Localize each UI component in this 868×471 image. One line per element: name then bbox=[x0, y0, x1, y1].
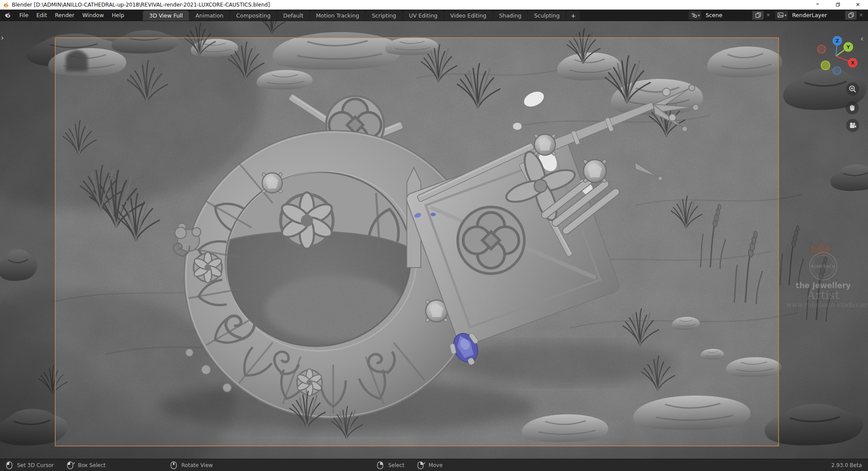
scene-unlink-button[interactable]: ✕ bbox=[764, 11, 772, 20]
navigation-gizmo[interactable]: Z Y X bbox=[810, 30, 862, 82]
pan-button[interactable] bbox=[846, 101, 859, 114]
window-controls: – ✕ bbox=[808, 0, 868, 9]
gizmo-axis-neg-y[interactable] bbox=[821, 61, 830, 70]
status-box-select: Box Select bbox=[67, 461, 106, 469]
menu-window[interactable]: Window bbox=[78, 10, 108, 21]
add-workspace-button[interactable]: + bbox=[566, 11, 580, 21]
chevron-down-icon: ▾ bbox=[784, 13, 786, 18]
svg-text:Artist: Artist bbox=[807, 289, 840, 302]
tab-compositing[interactable]: Compositing bbox=[230, 11, 277, 21]
render-layer-browse-button[interactable]: ▾ bbox=[775, 11, 788, 20]
blender-version: 2.93.0 Beta bbox=[831, 462, 862, 468]
menu-help[interactable]: Help bbox=[108, 10, 128, 21]
restore-icon bbox=[836, 3, 840, 7]
gizmo-axis-x[interactable]: X bbox=[848, 58, 857, 68]
tab-motion-tracking[interactable]: Motion Tracking bbox=[310, 11, 365, 21]
vignette bbox=[0, 21, 868, 459]
gizmo-axis-neg-z[interactable] bbox=[833, 67, 841, 75]
tab-3d-view-full[interactable]: 3D View Full bbox=[143, 11, 189, 21]
tab-video-editing[interactable]: Video Editing bbox=[444, 11, 493, 21]
copy-icon bbox=[755, 12, 761, 18]
copy-icon bbox=[848, 12, 854, 18]
close-button[interactable]: ✕ bbox=[848, 0, 868, 9]
render-layer-unlink-button[interactable]: ✕ bbox=[857, 11, 865, 20]
movie-camera-icon bbox=[849, 121, 857, 129]
scene-icon bbox=[691, 12, 697, 18]
svg-text:ROHRBACH: ROHRBACH bbox=[811, 265, 835, 269]
svg-text:www.rohrbach-viadas.art: www.rohrbach-viadas.art bbox=[786, 301, 868, 309]
top-bar: File Edit Render Window Help 3D View Ful… bbox=[0, 10, 868, 21]
mouse-right-drag-icon bbox=[417, 461, 425, 469]
magnifier-plus-icon bbox=[849, 85, 857, 93]
status-bar: Set 3D Cursor Box Select Rotate View Sel… bbox=[0, 459, 868, 471]
mouse-left-drag-icon bbox=[67, 461, 75, 469]
mouse-left-icon bbox=[6, 461, 14, 469]
blender-menu-icon[interactable] bbox=[0, 10, 15, 21]
window-title: Blender [D:\ADMIN\ANILLO-CATHEDRAL-up-20… bbox=[12, 2, 270, 8]
tab-sculpting[interactable]: Sculpting bbox=[528, 11, 566, 21]
title-bar: Blender [D:\ADMIN\ANILLO-CATHEDRAL-up-20… bbox=[0, 0, 868, 10]
tab-animation[interactable]: Animation bbox=[189, 11, 230, 21]
svg-text:Y: Y bbox=[846, 44, 850, 50]
render-scene: ROHRBACH the Jewellery Artist www.rohrba… bbox=[0, 21, 868, 459]
chevron-down-icon: ▾ bbox=[698, 13, 700, 18]
status-select: Select bbox=[377, 461, 404, 469]
menu-file[interactable]: File bbox=[15, 10, 32, 21]
render-layer-new-button[interactable] bbox=[845, 11, 857, 20]
tab-uv-editing[interactable]: UV Editing bbox=[403, 11, 444, 21]
render-layer-selector: ▾ RenderLayer ✕ bbox=[775, 11, 865, 20]
gizmo-axis-z[interactable]: Z bbox=[832, 36, 842, 46]
render-layer-name[interactable]: RenderLayer bbox=[788, 11, 845, 20]
menu-render[interactable]: Render bbox=[51, 10, 78, 21]
blender-window: Blender [D:\ADMIN\ANILLO-CATHEDRAL-up-20… bbox=[0, 0, 868, 471]
scene-new-button[interactable] bbox=[752, 11, 764, 20]
scene-selector: ▾ Scene ✕ bbox=[689, 11, 773, 20]
blender-app-icon bbox=[3, 2, 9, 8]
scene-browse-button[interactable]: ▾ bbox=[689, 11, 701, 20]
svg-text:Z: Z bbox=[836, 38, 839, 44]
status-rotate-view: Rotate View bbox=[171, 461, 213, 469]
minimize-button[interactable]: – bbox=[808, 0, 828, 9]
tab-shading[interactable]: Shading bbox=[493, 11, 528, 21]
svg-text:X: X bbox=[851, 60, 855, 66]
status-set-3d-cursor: Set 3D Cursor bbox=[6, 461, 54, 469]
mouse-right-icon bbox=[377, 461, 385, 469]
menu-edit[interactable]: Edit bbox=[32, 10, 51, 21]
image-icon bbox=[777, 12, 784, 18]
mouse-middle-icon bbox=[171, 461, 178, 469]
tab-scripting[interactable]: Scripting bbox=[366, 11, 402, 21]
gizmo-axis-y[interactable]: Y bbox=[843, 42, 853, 52]
gizmo-axis-neg-x[interactable] bbox=[818, 45, 825, 53]
status-move: Move bbox=[417, 461, 442, 469]
scene-name[interactable]: Scene bbox=[701, 11, 752, 20]
restore-button[interactable] bbox=[828, 0, 848, 9]
zoom-button[interactable] bbox=[846, 82, 859, 96]
toolbar-expand-chevron[interactable]: › bbox=[1, 34, 4, 42]
tab-default[interactable]: Default bbox=[277, 11, 309, 21]
sidebar-collapse-chevron[interactable]: ‹ bbox=[861, 35, 864, 43]
hand-icon bbox=[848, 104, 856, 112]
workspace-tabs: 3D View Full Animation Compositing Defau… bbox=[143, 10, 580, 21]
camera-view-button[interactable] bbox=[846, 119, 859, 132]
3d-viewport[interactable]: ROHRBACH the Jewellery Artist www.rohrba… bbox=[0, 21, 868, 459]
